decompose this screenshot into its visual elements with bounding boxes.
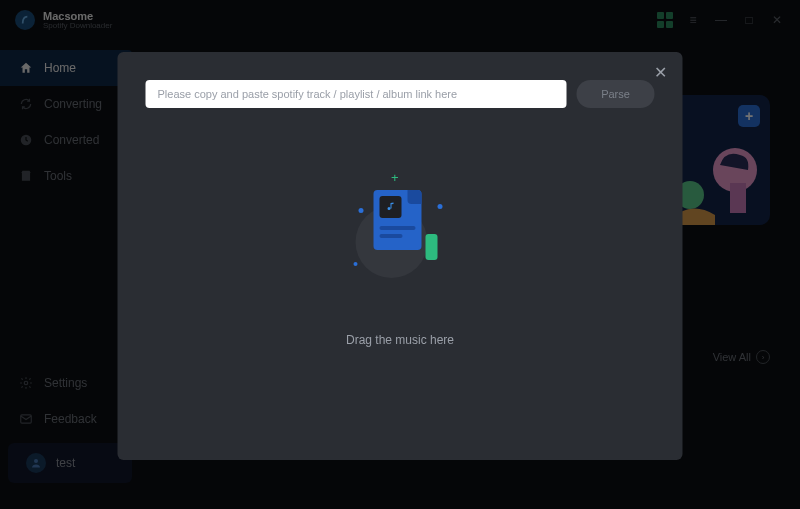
drop-area[interactable]: + Drag the music here [146,178,655,347]
close-icon[interactable]: ✕ [651,62,671,82]
sparkle-icon: + [391,170,399,185]
add-music-modal: ✕ Parse + Drag the music here [118,52,683,460]
parse-button[interactable]: Parse [577,80,655,108]
drop-text: Drag the music here [346,333,454,347]
music-doc-illustration: + [345,178,455,288]
url-input[interactable] [146,80,567,108]
music-note-icon [379,196,401,218]
